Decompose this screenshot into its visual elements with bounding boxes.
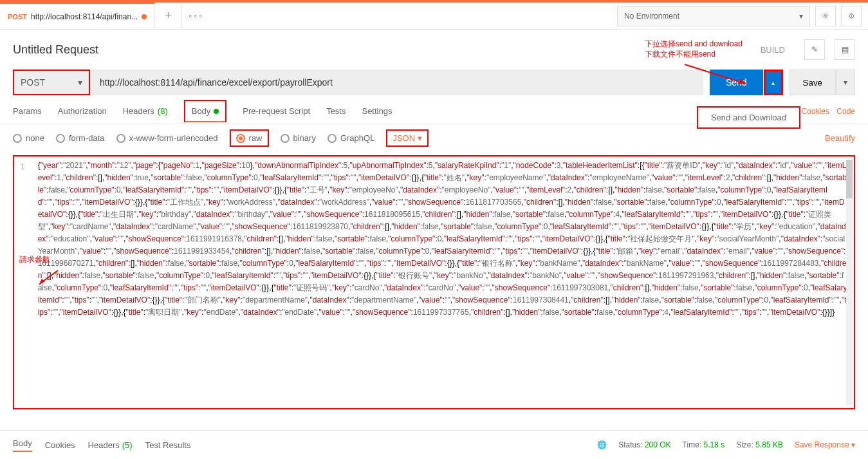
body-none[interactable]: none — [13, 133, 44, 143]
request-title: Untitled Request — [13, 43, 751, 57]
unsaved-dot-icon — [142, 14, 147, 19]
send-and-download-option[interactable]: Send and Download — [697, 106, 800, 129]
tab-body[interactable]: Body — [184, 100, 227, 122]
save-response-button[interactable]: Save Response ▾ — [795, 440, 855, 449]
tab-method: POST — [8, 13, 27, 21]
request-tab[interactable]: POST http://localhost:8114/api/finan... — [0, 3, 155, 30]
footer-tab-cookies[interactable]: Cookies — [45, 440, 75, 450]
header: POST http://localhost:8114/api/finan... … — [0, 3, 868, 30]
settings-icon[interactable]: ⚙ — [841, 6, 862, 26]
active-dot-icon — [214, 109, 219, 114]
footer-tab-body[interactable]: Body — [13, 438, 32, 452]
tab-title: http://localhost:8114/api/finan... — [31, 12, 138, 21]
send-dropdown[interactable] — [764, 70, 783, 95]
beautify-button[interactable]: Beautify — [825, 133, 855, 143]
annotation-1: 下拉选择send and download 下载文件不能用send — [645, 39, 743, 59]
footer-tab-tests[interactable]: Test Results — [145, 440, 191, 450]
save-dropdown[interactable]: ▾ — [836, 70, 855, 95]
chevron-down-icon: ▾ — [418, 133, 422, 143]
code-link[interactable]: Code — [836, 107, 855, 116]
footer-tab-headers[interactable]: Headers (5) — [88, 440, 133, 450]
tab-tests[interactable]: Tests — [326, 100, 346, 122]
tab-more-icon[interactable]: ∘∘∘ — [182, 12, 209, 21]
size-label: Size: 5.85 KB — [736, 440, 783, 449]
environment-select[interactable]: No Environment ▾ — [617, 6, 810, 26]
cookies-link[interactable]: Cookies — [802, 107, 829, 116]
chevron-down-icon: ▾ — [78, 77, 82, 88]
body-formdata[interactable]: form-data — [56, 133, 105, 143]
body-format-select[interactable]: JSON ▾ — [392, 133, 422, 143]
tab-authorization[interactable]: Authorization — [58, 100, 107, 122]
arrow-1-icon — [681, 61, 752, 87]
line-number: 1 — [21, 160, 25, 319]
annotation-2: 請求參數 — [19, 254, 50, 265]
json-editor[interactable]: 1 {"year":"2021","month":"12","page":{"p… — [13, 155, 855, 409]
env-label: No Environment — [624, 12, 679, 21]
tab-params[interactable]: Params — [13, 100, 42, 122]
body-binary[interactable]: binary — [281, 133, 316, 143]
globe-icon[interactable]: 🌐 — [597, 440, 607, 449]
method-select[interactable]: POST ▾ — [13, 70, 90, 95]
svg-line-0 — [685, 64, 746, 84]
tab-headers[interactable]: Headers (8) — [123, 100, 168, 122]
eye-icon[interactable]: 👁 — [815, 6, 836, 26]
arrow-2-icon — [35, 267, 61, 286]
url-input[interactable] — [90, 70, 703, 95]
response-footer: Body Cookies Headers (5) Test Results 🌐 … — [0, 430, 868, 459]
svg-marker-3 — [39, 279, 45, 285]
body-xwww[interactable]: x-www-form-urlencoded — [116, 133, 218, 143]
json-body[interactable]: {"year":"2021","month":"12","page":{"pag… — [38, 160, 847, 319]
body-raw[interactable]: raw — [236, 133, 263, 143]
status-label: Status: 200 OK — [618, 440, 670, 449]
chevron-down-icon: ▾ — [799, 12, 803, 21]
body-graphql[interactable]: GraphQL — [328, 133, 374, 143]
save-button[interactable]: Save — [790, 70, 836, 95]
tab-prerequest[interactable]: Pre-request Script — [243, 100, 310, 122]
tab-settings[interactable]: Settings — [362, 100, 392, 122]
build-button[interactable]: BUILD — [761, 45, 785, 55]
time-label: Time: 5.18 s — [683, 440, 725, 449]
edit-icon[interactable]: ✎ — [804, 39, 825, 60]
scrollbar[interactable] — [846, 160, 853, 405]
comment-icon[interactable]: ▤ — [835, 39, 855, 60]
add-tab-button[interactable]: + — [155, 3, 182, 30]
